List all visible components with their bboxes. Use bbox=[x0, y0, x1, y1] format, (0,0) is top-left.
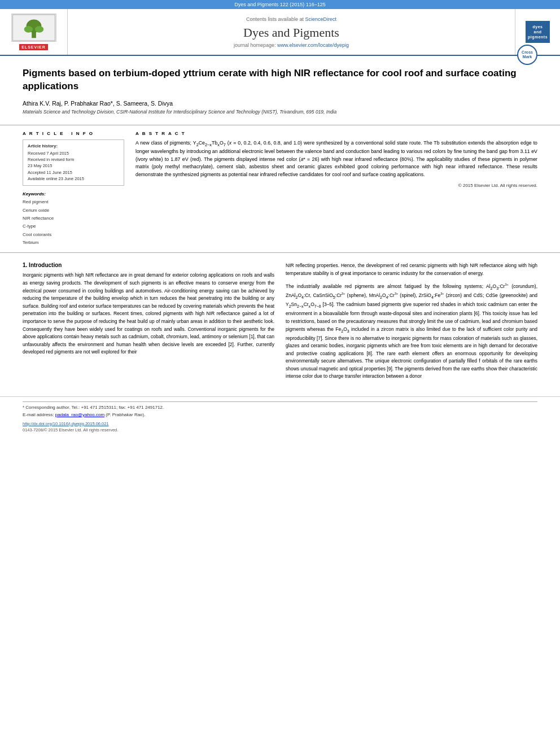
email-suffix: (P. Prabhakar Rao). bbox=[106, 412, 145, 417]
article-history-label: Article history: bbox=[28, 143, 119, 148]
abstract-text: A new class of pigments; Y2Ce2−xTbxO7 (x… bbox=[135, 139, 537, 179]
right-column: A B S T R A C T A new class of pigments;… bbox=[135, 131, 537, 247]
issn-line: 0143-7208/© 2015 Elsevier Ltd. All right… bbox=[23, 427, 537, 433]
authors: Athira K.V. Raj, P. Prabhakar Rao*, S. S… bbox=[23, 100, 173, 107]
journal-homepage: journal homepage: www.elsevier.com/locat… bbox=[234, 42, 349, 48]
doi-line[interactable]: http://dx.doi.org/10.1016/j.dyepig.2015.… bbox=[23, 421, 537, 426]
journal-homepage-link[interactable]: www.elsevier.com/locate/dyepig bbox=[277, 42, 349, 48]
keyword-1: Red pigment bbox=[23, 198, 124, 206]
keyword-6: Terbium bbox=[23, 239, 124, 247]
article-info-box: Article history: Received 7 April 2015 R… bbox=[23, 139, 124, 186]
main-content-area: 1. Introduction Inorganic pigments with … bbox=[0, 253, 560, 394]
received-date: Received 7 April 2015 bbox=[28, 150, 119, 156]
intro-para3: The industrially available red pigments … bbox=[286, 282, 537, 381]
intro-para2: NIR reflecting properties. Hence, the de… bbox=[286, 262, 537, 277]
authors-line: Athira K.V. Raj, P. Prabhakar Rao*, S. S… bbox=[23, 100, 537, 107]
article-info-abstract-area: A R T I C L E I N F O Article history: R… bbox=[0, 125, 560, 254]
journal-title-area: Contents lists available at ScienceDirec… bbox=[68, 9, 515, 55]
journal-citation: Dyes and Pigments 122 (2015) 116–125 bbox=[234, 2, 326, 7]
journal-badge: dyesandpigments bbox=[526, 21, 550, 43]
email-label: E-mail address: bbox=[23, 412, 54, 417]
elsevier-logo-area: ELSEVIER bbox=[0, 9, 68, 55]
keyword-2: Cerium oxide bbox=[23, 207, 124, 215]
affiliation-line: Materials Science and Technology Divisio… bbox=[23, 109, 537, 115]
available-date: Available online 23 June 2015 bbox=[28, 176, 119, 182]
sciencedirect-note: Contents lists available at ScienceDirec… bbox=[246, 16, 336, 22]
keyword-3: NIR reflectance bbox=[23, 215, 124, 222]
copyright-line: © 2015 Elsevier Ltd. All rights reserved… bbox=[135, 183, 537, 188]
elsevier-label: ELSEVIER bbox=[19, 44, 48, 50]
revised-date: 23 May 2015 bbox=[28, 163, 119, 169]
keywords-section: Keywords: Red pigment Cerium oxide NIR r… bbox=[23, 191, 124, 247]
footnote: * Corresponding author. Tel.: +91 471 25… bbox=[23, 401, 537, 419]
elsevier-tree-logo bbox=[11, 14, 56, 42]
journal-title: Dyes and Pigments bbox=[243, 25, 339, 40]
journal-header: ELSEVIER Contents lists available at Sci… bbox=[0, 9, 560, 56]
footnote-text: * Corresponding author. Tel.: +91 471 25… bbox=[23, 405, 164, 410]
abstract-label: A B S T R A C T bbox=[135, 131, 537, 136]
article-header: CrossMark Pigments based on terbium-dope… bbox=[0, 56, 560, 125]
intro-heading: 1. Introduction bbox=[23, 262, 274, 268]
intro-para1: Inorganic pigments with high NIR reflect… bbox=[23, 272, 274, 356]
svg-point-2 bbox=[24, 26, 32, 33]
journal-info-bar: Dyes and Pigments 122 (2015) 116–125 bbox=[0, 0, 560, 9]
doi-link[interactable]: http://dx.doi.org/10.1016/j.dyepig.2015.… bbox=[23, 421, 109, 426]
journal-badge-area: dyesandpigments bbox=[515, 9, 560, 55]
left-column: A R T I C L E I N F O Article history: R… bbox=[23, 131, 124, 247]
content-left: 1. Introduction Inorganic pigments with … bbox=[23, 262, 274, 385]
content-right: NIR reflecting properties. Hence, the de… bbox=[286, 262, 537, 385]
footer-area: * Corresponding author. Tel.: +91 471 25… bbox=[0, 396, 560, 437]
revised-label: Received in revised form bbox=[28, 156, 119, 163]
email-link[interactable]: padala_rao@yahoo.com bbox=[55, 412, 104, 417]
keyword-5: Cool colorants bbox=[23, 231, 124, 239]
article-title: Pigments based on terbium-doped yttrium … bbox=[23, 67, 537, 93]
keywords-label: Keywords: bbox=[23, 191, 124, 196]
svg-point-3 bbox=[34, 26, 43, 33]
accepted-date: Accepted 11 June 2015 bbox=[28, 169, 119, 176]
article-info-label: A R T I C L E I N F O bbox=[23, 131, 124, 136]
sciencedirect-link[interactable]: ScienceDirect bbox=[305, 16, 337, 22]
keyword-4: C-type bbox=[23, 222, 124, 230]
